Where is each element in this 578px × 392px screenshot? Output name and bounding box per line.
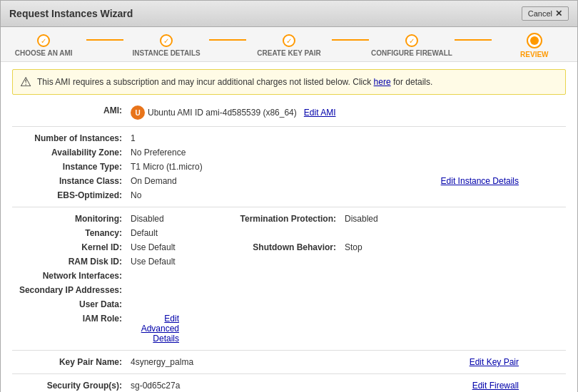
edit-instance-details-link[interactable]: Edit Instance Details [441,176,519,186]
secondary-ip-value [126,283,226,297]
ami-section: AMI: U Ubuntu AMI ID ami-4d585539 (x86_6… [12,103,566,122]
edit-advanced-details-link[interactable]: Edit Advanced Details [141,314,179,344]
advanced-info-section: Monitoring: Disabled Termination Protect… [12,212,566,346]
edit-key-pair-link[interactable]: Edit Key Pair [470,357,519,367]
shutdown-behavior-label: Shutdown Behavior: [226,240,340,254]
warning-link[interactable]: here [374,77,391,87]
tenancy-label: Tenancy: [12,226,126,240]
step-create-key-pair[interactable]: ✓ Create Key Pair [246,34,332,57]
ram-disk-value: Use Default [126,254,226,269]
warning-text: This AMI requires a subscription and may… [37,77,432,87]
step-circle-review [527,33,542,48]
step-circle-firewall: ✓ [405,34,418,47]
iam-role-label: IAM Role: [12,311,126,346]
instance-type-value: T1 Micro (t1.micro) [126,160,566,174]
user-data-label: User Data: [12,297,126,311]
wizard-container: Request Instances Wizard Cancel ✕ ✓ Choo… [0,0,578,392]
divider-1 [12,126,566,127]
checkmark-icon-4: ✓ [409,37,415,45]
ebs-optimized-label: EBS-Optimized: [12,188,126,202]
secondary-ip-row: Secondary IP Addresses: [12,283,566,297]
checkmark-icon-2: ✓ [163,37,169,45]
step-circle-choose-ami: ✓ [37,34,50,47]
security-group-section: Security Group(s): sg-0d65c27a Edit Fire… [12,378,566,392]
step-circle-instance-details: ✓ [160,34,173,47]
key-pair-row: Key Pair Name: 4synergy_palma Edit Key P… [12,355,566,369]
steps-bar: ✓ Choose an AMI ✓ Instance Details ✓ Cre… [1,27,577,62]
step-label-firewall: Configure Firewall [371,49,452,57]
instance-type-label: Instance Type: [12,160,126,174]
kernel-id-label: Kernel ID: [12,240,126,254]
secondary-ip-label: Secondary IP Addresses: [12,283,126,297]
number-instances-value: 1 [126,131,566,145]
ami-value: U Ubuntu AMI ID ami-4d585539 (x86_64) Ed… [126,103,566,122]
step-label-review: Review [520,51,548,58]
ebs-optimized-value: No [126,188,566,202]
close-icon: ✕ [555,9,562,19]
key-pair-section: Key Pair Name: 4synergy_palma Edit Key P… [12,355,566,369]
network-interfaces-label: Network Interfaces: [12,269,126,283]
shutdown-behavior-value: Stop [340,240,566,254]
connector-3 [332,39,369,41]
availability-zone-label: Availability Zone: [12,145,126,160]
step-label-choose-ami: Choose an AMI [15,49,73,57]
cancel-button[interactable]: Cancel ✕ [522,6,569,21]
ram-disk-label: RAM Disk ID: [12,254,126,269]
divider-4 [12,373,566,374]
step-choose-ami[interactable]: ✓ Choose an AMI [1,34,86,57]
kernel-shutdown-row: Kernel ID: Use Default Shutdown Behavior… [12,240,566,254]
availability-zone-row: Availability Zone: No Preference [12,145,566,160]
termination-protection-label: Termination Protection: [226,212,340,226]
instance-type-row: Instance Type: T1 Micro (t1.micro) [12,160,566,174]
step-configure-firewall[interactable]: ✓ Configure Firewall [369,34,455,57]
edit-ami-link[interactable]: Edit AMI [304,108,336,118]
connector-1 [86,39,123,41]
connector-2 [209,39,246,41]
ami-label: AMI: [12,103,126,122]
warning-icon: ⚠ [20,74,31,90]
checkmark-icon-3: ✓ [286,37,292,45]
tenancy-row: Tenancy: Default [12,226,566,240]
checkmark-icon: ✓ [41,37,46,45]
divider-2 [12,207,566,207]
step-circle-key-pair: ✓ [283,34,295,47]
security-group-row: Security Group(s): sg-0d65c27a Edit Fire… [12,378,566,392]
key-pair-value: 4synergy_palma Edit Key Pair [126,355,566,369]
key-pair-label: Key Pair Name: [12,355,126,369]
ebs-optimized-row: EBS-Optimized: No [12,188,566,202]
user-data-row: User Data: [12,297,566,311]
step-instance-details[interactable]: ✓ Instance Details [123,34,209,57]
step-label-key-pair: Create Key Pair [257,49,320,57]
warning-bar: ⚠ This AMI requires a subscription and m… [12,69,566,95]
monitoring-termination-row: Monitoring: Disabled Termination Protect… [12,212,566,226]
step-label-instance-details: Instance Details [132,49,200,57]
availability-zone-value: No Preference [126,145,566,160]
instance-class-value: On Demand Edit Instance Details [126,174,566,188]
steps-row: ✓ Choose an AMI ✓ Instance Details ✓ Cre… [1,33,577,58]
active-indicator [530,36,539,45]
network-interfaces-row: Network Interfaces: [12,269,566,283]
connector-4 [455,39,492,41]
termination-protection-value: Disabled [340,212,566,226]
iam-role-value: Edit Advanced Details [126,311,226,346]
step-review[interactable]: Review [492,33,577,58]
network-interfaces-value [126,269,226,283]
instance-class-row: Instance Class: On Demand Edit Instance … [12,174,566,188]
ram-disk-row: RAM Disk ID: Use Default [12,254,566,269]
security-group-label: Security Group(s): [12,378,126,392]
monitoring-value: Disabled [126,212,226,226]
instance-class-label: Instance Class: [12,174,126,188]
ami-ubuntu-icon: U [131,105,145,120]
iam-role-row: IAM Role: Edit Advanced Details [12,311,566,346]
wizard-header: Request Instances Wizard Cancel ✕ [1,1,577,27]
edit-firewall-link[interactable]: Edit Firewall [472,381,519,391]
content-area: ⚠ This AMI requires a subscription and m… [1,62,577,392]
wizard-title: Request Instances Wizard [9,8,133,19]
user-data-value [126,297,226,311]
tenancy-value: Default [126,226,226,240]
kernel-id-value: Use Default [126,240,226,254]
monitoring-label: Monitoring: [12,212,126,226]
number-instances-label: Number of Instances: [12,131,126,145]
security-group-value: sg-0d65c27a Edit Firewall [126,378,566,392]
divider-3 [12,350,566,351]
